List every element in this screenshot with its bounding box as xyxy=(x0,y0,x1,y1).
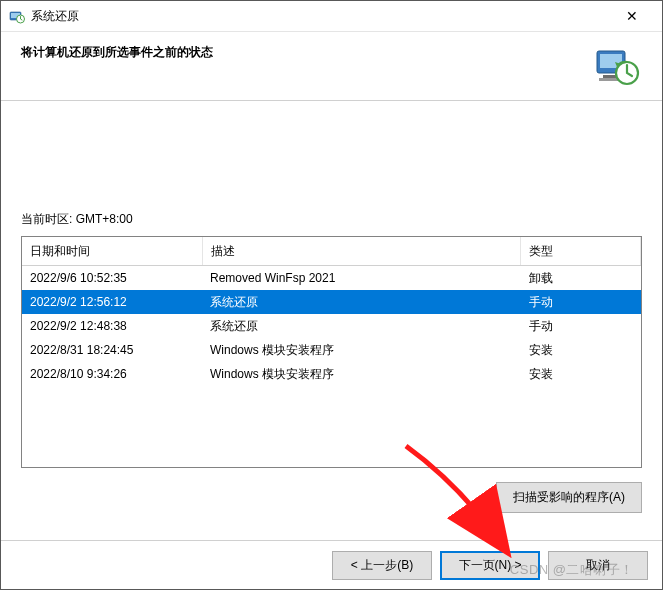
cell-date: 2022/9/6 10:52:35 xyxy=(22,266,202,291)
system-restore-icon xyxy=(9,8,25,24)
titlebar: 系统还原 ✕ xyxy=(1,1,662,32)
window-title: 系统还原 xyxy=(31,8,79,25)
cell-type: 手动 xyxy=(521,314,641,338)
next-label: 下一页(N) > xyxy=(459,557,522,574)
close-button[interactable]: ✕ xyxy=(609,2,654,30)
table-header: 日期和时间 描述 类型 xyxy=(22,237,641,266)
restore-large-icon xyxy=(592,42,642,92)
footer: < 上一步(B) 下一页(N) > 取消 xyxy=(1,540,662,589)
cancel-button[interactable]: 取消 xyxy=(548,551,648,580)
col-date[interactable]: 日期和时间 xyxy=(22,237,202,266)
scan-affected-label: 扫描受影响的程序(A) xyxy=(513,489,625,506)
cell-date: 2022/8/10 9:34:26 xyxy=(22,362,202,386)
cell-desc: Windows 模块安装程序 xyxy=(202,362,521,386)
back-label: < 上一步(B) xyxy=(351,557,413,574)
table-row[interactable]: 2022/8/31 18:24:45Windows 模块安装程序安装 xyxy=(22,338,641,362)
col-type[interactable]: 类型 xyxy=(521,237,641,266)
cell-desc: 系统还原 xyxy=(202,314,521,338)
table-row[interactable]: 2022/9/6 10:52:35Removed WinFsp 2021卸载 xyxy=(22,266,641,291)
content-area: 当前时区: GMT+8:00 日期和时间 描述 类型 2022/9/6 10:5… xyxy=(1,101,662,540)
table-row[interactable]: 2022/8/10 9:34:26Windows 模块安装程序安装 xyxy=(22,362,641,386)
table-row[interactable]: 2022/9/2 12:48:38系统还原手动 xyxy=(22,314,641,338)
cell-type: 手动 xyxy=(521,290,641,314)
col-desc[interactable]: 描述 xyxy=(202,237,521,266)
cell-desc: 系统还原 xyxy=(202,290,521,314)
cancel-label: 取消 xyxy=(586,557,610,574)
next-button[interactable]: 下一页(N) > xyxy=(440,551,540,580)
back-button[interactable]: < 上一步(B) xyxy=(332,551,432,580)
cell-date: 2022/8/31 18:24:45 xyxy=(22,338,202,362)
timezone-label: 当前时区: GMT+8:00 xyxy=(21,211,642,228)
close-icon: ✕ xyxy=(626,8,638,24)
header-area: 将计算机还原到所选事件之前的状态 xyxy=(1,32,662,101)
cell-type: 卸载 xyxy=(521,266,641,291)
cell-type: 安装 xyxy=(521,362,641,386)
cell-desc: Windows 模块安装程序 xyxy=(202,338,521,362)
system-restore-window: 系统还原 ✕ 将计算机还原到所选事件之前的状态 当前时区: GMT+8:00 xyxy=(0,0,663,590)
cell-date: 2022/9/2 12:56:12 xyxy=(22,290,202,314)
scan-affected-button[interactable]: 扫描受影响的程序(A) xyxy=(496,482,642,513)
table-row[interactable]: 2022/9/2 12:56:12系统还原手动 xyxy=(22,290,641,314)
cell-desc: Removed WinFsp 2021 xyxy=(202,266,521,291)
cell-date: 2022/9/2 12:48:38 xyxy=(22,314,202,338)
cell-type: 安装 xyxy=(521,338,641,362)
page-heading: 将计算机还原到所选事件之前的状态 xyxy=(21,42,213,61)
restore-points-table[interactable]: 日期和时间 描述 类型 2022/9/6 10:52:35Removed Win… xyxy=(21,236,642,468)
